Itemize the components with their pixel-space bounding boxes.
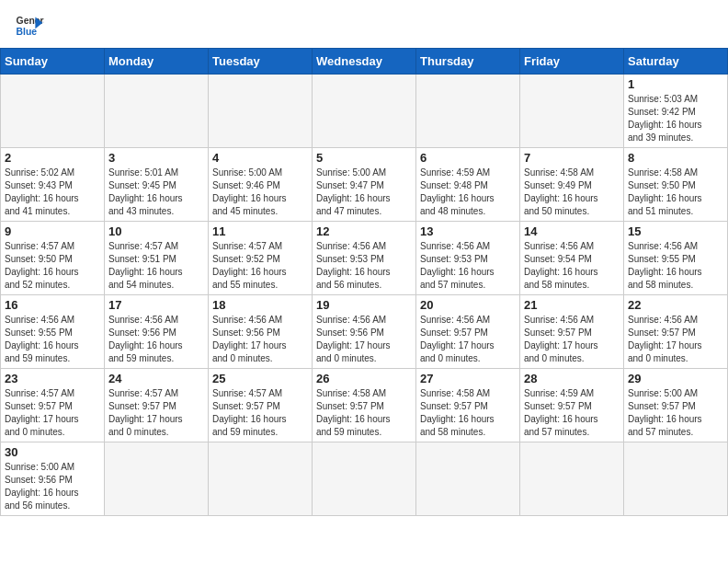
day-info: Sunrise: 4:56 AM Sunset: 9:55 PM Dayligh…	[5, 314, 100, 365]
day-info: Sunrise: 4:56 AM Sunset: 9:57 PM Dayligh…	[420, 314, 516, 365]
day-cell	[1, 75, 105, 148]
day-cell: 12Sunrise: 4:56 AM Sunset: 9:53 PM Dayli…	[313, 222, 416, 295]
day-cell: 8Sunrise: 4:58 AM Sunset: 9:50 PM Daylig…	[624, 148, 728, 222]
day-number: 16	[5, 298, 100, 312]
day-info: Sunrise: 4:57 AM Sunset: 9:51 PM Dayligh…	[108, 240, 204, 292]
day-info: Sunrise: 5:00 AM Sunset: 9:56 PM Dayligh…	[5, 461, 100, 512]
day-cell	[624, 442, 728, 516]
day-number: 29	[628, 372, 723, 385]
weekday-header-row: SundayMondayTuesdayWednesdayThursdayFrid…	[1, 49, 728, 75]
day-cell: 20Sunrise: 4:56 AM Sunset: 9:57 PM Dayli…	[416, 295, 520, 369]
calendar-header: SundayMondayTuesdayWednesdayThursdayFrid…	[1, 49, 728, 75]
day-cell: 14Sunrise: 4:56 AM Sunset: 9:54 PM Dayli…	[520, 222, 624, 295]
day-number: 28	[524, 372, 620, 385]
day-number: 7	[524, 151, 620, 165]
day-cell: 29Sunrise: 5:00 AM Sunset: 9:57 PM Dayli…	[624, 369, 728, 442]
day-info: Sunrise: 4:59 AM Sunset: 9:48 PM Dayligh…	[420, 167, 516, 218]
weekday-saturday: Saturday	[624, 49, 728, 75]
day-info: Sunrise: 5:02 AM Sunset: 9:43 PM Dayligh…	[5, 167, 100, 218]
weekday-friday: Friday	[520, 49, 624, 75]
day-number: 21	[524, 298, 620, 312]
day-cell: 11Sunrise: 4:57 AM Sunset: 9:52 PM Dayli…	[209, 222, 313, 295]
day-info: Sunrise: 4:57 AM Sunset: 9:57 PM Dayligh…	[108, 387, 204, 439]
day-cell: 24Sunrise: 4:57 AM Sunset: 9:57 PM Dayli…	[105, 369, 209, 442]
day-cell	[416, 442, 520, 516]
day-number: 17	[108, 298, 204, 312]
day-cell	[209, 75, 313, 148]
day-number: 18	[212, 298, 308, 312]
day-number: 25	[212, 372, 308, 385]
day-info: Sunrise: 4:56 AM Sunset: 9:57 PM Dayligh…	[524, 314, 620, 365]
day-number: 10	[108, 224, 204, 238]
day-number: 5	[316, 151, 412, 165]
day-cell	[520, 442, 624, 516]
day-cell: 17Sunrise: 4:56 AM Sunset: 9:56 PM Dayli…	[105, 295, 209, 369]
day-info: Sunrise: 4:56 AM Sunset: 9:56 PM Dayligh…	[108, 314, 204, 365]
day-info: Sunrise: 4:56 AM Sunset: 9:55 PM Dayligh…	[628, 240, 723, 292]
day-cell: 4Sunrise: 5:00 AM Sunset: 9:46 PM Daylig…	[209, 148, 313, 222]
day-cell: 19Sunrise: 4:56 AM Sunset: 9:56 PM Dayli…	[313, 295, 416, 369]
day-cell	[105, 75, 209, 148]
weekday-thursday: Thursday	[416, 49, 520, 75]
weekday-tuesday: Tuesday	[209, 49, 313, 75]
day-cell	[209, 442, 313, 516]
calendar-table: SundayMondayTuesdayWednesdayThursdayFrid…	[0, 48, 728, 516]
day-number: 12	[316, 224, 412, 238]
day-cell	[313, 442, 416, 516]
day-number: 27	[420, 372, 516, 385]
week-row-4: 23Sunrise: 4:57 AM Sunset: 9:57 PM Dayli…	[1, 369, 728, 442]
day-number: 3	[108, 151, 204, 165]
day-cell: 6Sunrise: 4:59 AM Sunset: 9:48 PM Daylig…	[416, 148, 520, 222]
week-row-1: 2Sunrise: 5:02 AM Sunset: 9:43 PM Daylig…	[1, 148, 728, 222]
day-cell: 9Sunrise: 4:57 AM Sunset: 9:50 PM Daylig…	[1, 222, 105, 295]
day-cell: 30Sunrise: 5:00 AM Sunset: 9:56 PM Dayli…	[1, 442, 105, 516]
day-number: 6	[420, 151, 516, 165]
day-number: 11	[212, 224, 308, 238]
day-number: 23	[5, 372, 100, 385]
day-number: 4	[212, 151, 308, 165]
week-row-0: 1Sunrise: 5:03 AM Sunset: 9:42 PM Daylig…	[1, 75, 728, 148]
day-cell: 5Sunrise: 5:00 AM Sunset: 9:47 PM Daylig…	[313, 148, 416, 222]
day-cell: 10Sunrise: 4:57 AM Sunset: 9:51 PM Dayli…	[105, 222, 209, 295]
day-info: Sunrise: 4:56 AM Sunset: 9:53 PM Dayligh…	[420, 240, 516, 292]
day-cell: 18Sunrise: 4:56 AM Sunset: 9:56 PM Dayli…	[209, 295, 313, 369]
day-info: Sunrise: 5:00 AM Sunset: 9:47 PM Dayligh…	[316, 167, 412, 218]
day-info: Sunrise: 4:58 AM Sunset: 9:57 PM Dayligh…	[420, 387, 516, 439]
week-row-5: 30Sunrise: 5:00 AM Sunset: 9:56 PM Dayli…	[1, 442, 728, 516]
day-number: 24	[108, 372, 204, 385]
weekday-wednesday: Wednesday	[313, 49, 416, 75]
day-cell: 22Sunrise: 4:56 AM Sunset: 9:57 PM Dayli…	[624, 295, 728, 369]
day-cell: 25Sunrise: 4:57 AM Sunset: 9:57 PM Dayli…	[209, 369, 313, 442]
day-number: 15	[628, 224, 723, 238]
day-number: 1	[628, 77, 723, 91]
day-cell: 26Sunrise: 4:58 AM Sunset: 9:57 PM Dayli…	[313, 369, 416, 442]
day-info: Sunrise: 4:56 AM Sunset: 9:57 PM Dayligh…	[628, 314, 723, 365]
day-info: Sunrise: 4:56 AM Sunset: 9:56 PM Dayligh…	[212, 314, 308, 365]
day-info: Sunrise: 4:56 AM Sunset: 9:54 PM Dayligh…	[524, 240, 620, 292]
week-row-3: 16Sunrise: 4:56 AM Sunset: 9:55 PM Dayli…	[1, 295, 728, 369]
page-header: General Blue	[0, 0, 728, 48]
svg-text:Blue: Blue	[17, 27, 38, 37]
logo-icon: General Blue	[15, 11, 44, 40]
day-cell: 27Sunrise: 4:58 AM Sunset: 9:57 PM Dayli…	[416, 369, 520, 442]
weekday-sunday: Sunday	[1, 49, 105, 75]
day-cell: 28Sunrise: 4:59 AM Sunset: 9:57 PM Dayli…	[520, 369, 624, 442]
day-info: Sunrise: 5:01 AM Sunset: 9:45 PM Dayligh…	[108, 167, 204, 218]
day-cell: 7Sunrise: 4:58 AM Sunset: 9:49 PM Daylig…	[520, 148, 624, 222]
day-number: 22	[628, 298, 723, 312]
week-row-2: 9Sunrise: 4:57 AM Sunset: 9:50 PM Daylig…	[1, 222, 728, 295]
day-info: Sunrise: 4:56 AM Sunset: 9:56 PM Dayligh…	[316, 314, 412, 365]
day-info: Sunrise: 5:00 AM Sunset: 9:57 PM Dayligh…	[628, 387, 723, 439]
day-cell: 23Sunrise: 4:57 AM Sunset: 9:57 PM Dayli…	[1, 369, 105, 442]
day-info: Sunrise: 4:57 AM Sunset: 9:52 PM Dayligh…	[212, 240, 308, 292]
day-cell: 1Sunrise: 5:03 AM Sunset: 9:42 PM Daylig…	[624, 75, 728, 148]
day-info: Sunrise: 4:58 AM Sunset: 9:57 PM Dayligh…	[316, 387, 412, 439]
day-number: 26	[316, 372, 412, 385]
day-cell: 2Sunrise: 5:02 AM Sunset: 9:43 PM Daylig…	[1, 148, 105, 222]
day-number: 19	[316, 298, 412, 312]
day-cell: 13Sunrise: 4:56 AM Sunset: 9:53 PM Dayli…	[416, 222, 520, 295]
day-cell	[416, 75, 520, 148]
day-info: Sunrise: 4:57 AM Sunset: 9:50 PM Dayligh…	[5, 240, 100, 292]
day-cell	[313, 75, 416, 148]
day-number: 2	[5, 151, 100, 165]
